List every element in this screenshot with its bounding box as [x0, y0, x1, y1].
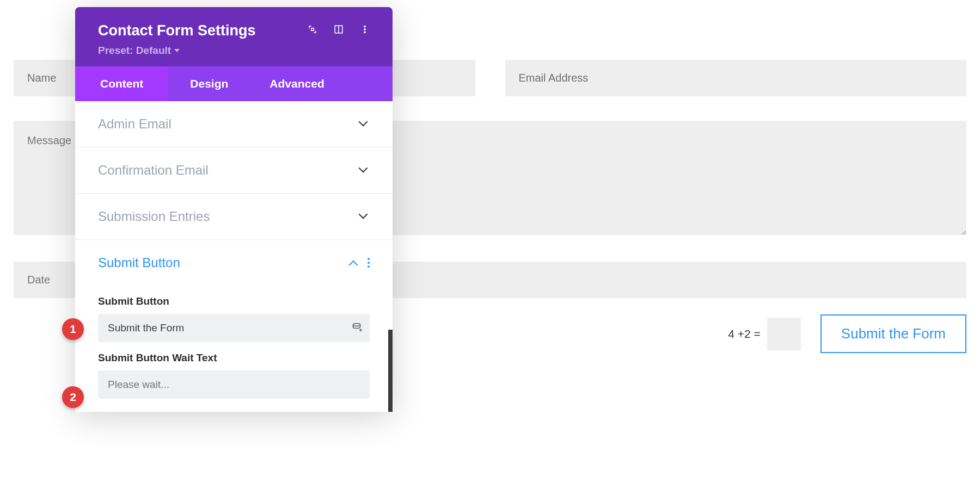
tab-advanced[interactable]: Advanced: [250, 66, 344, 101]
section-submit-button-body: Submit Button: [75, 295, 393, 412]
section-submit-button-header[interactable]: Submit Button: [75, 240, 393, 286]
section-title: Submit Button: [98, 255, 180, 270]
tab-content[interactable]: Content: [75, 66, 168, 101]
section-submission-entries: Submission Entries: [75, 194, 393, 240]
section-options-icon[interactable]: [367, 258, 370, 268]
panel-title: Contact Form Settings: [98, 22, 256, 39]
submit-button-field-label: Submit Button: [98, 295, 370, 307]
svg-point-3: [364, 26, 366, 27]
callout-badge-1: 1: [62, 318, 84, 340]
more-icon[interactable]: [360, 24, 370, 36]
accordion: Admin Email Confirmation Email Submissio…: [75, 101, 393, 412]
submit-wait-field-label: Submit Button Wait Text: [98, 352, 370, 364]
callout-badge-2: 2: [62, 386, 84, 408]
panel-tabs: Content Design Advanced: [75, 66, 393, 101]
layout-icon[interactable]: [334, 24, 344, 36]
section-submit-button: Submit Button Submit Button: [75, 240, 393, 412]
expand-icon[interactable]: [308, 24, 317, 36]
scrollbar-thumb[interactable]: [388, 330, 393, 412]
section-submission-entries-header[interactable]: Submission Entries: [75, 194, 393, 239]
email-input[interactable]: [505, 60, 967, 96]
captcha-input[interactable]: [767, 318, 801, 350]
preset-label: Preset: Default: [98, 45, 171, 57]
dynamic-content-icon[interactable]: [351, 322, 362, 334]
preset-selector[interactable]: Preset: Default: [98, 45, 180, 57]
svg-point-5: [364, 32, 366, 33]
captcha-label: 4 +2 =: [728, 328, 761, 341]
svg-point-4: [364, 29, 366, 30]
section-title: Submission Entries: [98, 209, 210, 224]
chevron-up-icon: [350, 260, 360, 266]
section-title: Admin Email: [98, 116, 171, 132]
section-confirmation-email: Confirmation Email: [75, 147, 393, 194]
section-admin-email-header[interactable]: Admin Email: [75, 101, 393, 147]
section-admin-email: Admin Email: [75, 101, 393, 147]
tab-design[interactable]: Design: [168, 66, 250, 101]
submit-button-text-input[interactable]: [98, 314, 370, 342]
chevron-down-icon: [360, 121, 370, 127]
settings-panel: Contact Form Settings Preset: Default Co…: [75, 7, 393, 412]
section-confirmation-email-header[interactable]: Confirmation Email: [75, 147, 393, 193]
submit-the-form-button[interactable]: Submit the Form: [820, 314, 966, 353]
svg-rect-0: [311, 28, 314, 31]
submit-wait-text-input[interactable]: [98, 370, 370, 399]
caret-down-icon: [174, 49, 180, 52]
section-title: Confirmation Email: [98, 163, 209, 178]
panel-header: Contact Form Settings Preset: Default: [75, 7, 393, 66]
chevron-down-icon: [360, 167, 370, 174]
chevron-down-icon: [360, 213, 370, 220]
